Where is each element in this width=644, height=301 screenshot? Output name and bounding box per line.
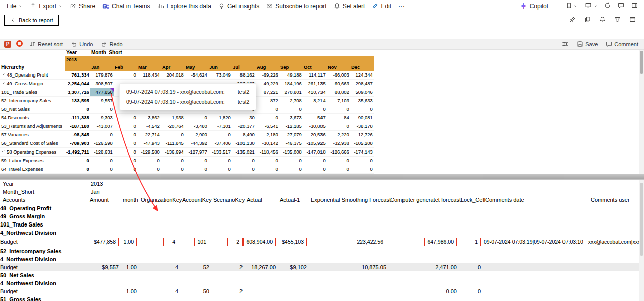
matrix-cell[interactable]: 308,507 xyxy=(90,80,114,88)
matrix-total-cell[interactable]: -98,845 xyxy=(65,131,90,139)
back-to-report-button[interactable]: Back to report xyxy=(4,15,59,26)
matrix-cell[interactable]: -30,142 xyxy=(256,139,279,148)
detail-cell[interactable]: 0 xyxy=(457,263,481,271)
matrix-field-year[interactable]: Year xyxy=(65,50,90,56)
matrix-cell[interactable]: 0 xyxy=(256,105,279,114)
copilot-button[interactable]: Copilot xyxy=(516,1,552,11)
matrix-cell[interactable]: 0 xyxy=(114,122,137,131)
matrix-cell[interactable]: -3,862 xyxy=(137,114,161,122)
detail-row-label[interactable]: 49_Gross Margin xyxy=(0,212,86,220)
reset-sort-button[interactable]: Reset sort xyxy=(28,41,64,47)
matrix-cell[interactable]: 2,708 xyxy=(279,97,303,105)
matrix-cell[interactable]: 0 xyxy=(279,165,303,174)
matrix-total-cell[interactable]: 133,595 xyxy=(65,97,90,105)
matrix-cell[interactable]: 270,801 xyxy=(279,88,303,97)
detail-cell[interactable]: $477,858 xyxy=(86,237,119,247)
matrix-cell[interactable]: -30 xyxy=(232,114,256,122)
matrix-cell[interactable]: -135,008 xyxy=(279,148,303,157)
detail-cell[interactable]: 50 xyxy=(178,287,209,295)
matrix-cell[interactable]: -105,925 xyxy=(303,139,327,148)
menu-item-file[interactable]: File xyxy=(3,2,26,11)
matrix-cell[interactable]: 87,221 xyxy=(256,88,279,97)
matrix-cell[interactable]: 0 xyxy=(208,165,232,174)
matrix-cell[interactable]: -2,900 xyxy=(185,131,208,139)
matrix-total-cell[interactable]: 0 xyxy=(65,105,90,114)
bookmarks-button[interactable] xyxy=(562,1,581,11)
detail-cell[interactable]: 1 xyxy=(457,237,481,247)
detail-cell[interactable] xyxy=(86,287,119,295)
matrix-row-label[interactable]: 48_Operating Profit xyxy=(0,71,65,80)
matrix-total-cell[interactable]: -789,903 xyxy=(65,139,90,148)
matrix-cell[interactable]: -127,977 xyxy=(185,148,208,157)
refresh-button[interactable] xyxy=(601,1,614,11)
matrix-cell[interactable]: 0 xyxy=(161,165,185,174)
menu-item-subscribe-to-report[interactable]: Subscribe to report xyxy=(263,2,330,11)
matrix-cell[interactable]: 0 xyxy=(256,157,279,165)
matrix-month-header[interactable]: Jun xyxy=(208,64,232,71)
matrix-cell[interactable]: 0 xyxy=(90,131,114,139)
matrix-field-month[interactable]: Month_Short xyxy=(90,50,374,56)
matrix-row-label[interactable]: 50_Net Sales xyxy=(0,105,65,114)
matrix-cell[interactable]: 261,135 xyxy=(303,80,327,88)
matrix-cell[interactable]: 0 xyxy=(114,148,137,157)
matrix-cell[interactable]: 0 xyxy=(303,105,327,114)
matrix-cell[interactable]: 73,049 xyxy=(208,71,232,80)
matrix-cell[interactable]: 0 xyxy=(90,157,114,165)
matrix-cell[interactable]: -32,938 xyxy=(327,139,350,148)
matrix-cell[interactable]: 60,663 xyxy=(327,80,350,88)
menu-item-chat-in-teams[interactable]: TChat in Teams xyxy=(99,2,153,11)
detail-column-header[interactable]: Amount xyxy=(86,196,119,204)
detail-row-label[interactable]: 48_Operating Profit xyxy=(0,204,86,213)
matrix-cell[interactable]: 118,434 xyxy=(137,71,161,80)
matrix-cell[interactable]: 0 xyxy=(90,165,114,174)
matrix-cell[interactable]: -101,130 xyxy=(232,139,256,148)
matrix-cell[interactable]: 9,557 xyxy=(90,97,114,105)
matrix-cell[interactable]: 0 xyxy=(114,165,137,174)
matrix-month-header[interactable]: May xyxy=(185,64,208,71)
matrix-month-header[interactable]: Mar xyxy=(137,64,161,71)
matrix-cell[interactable]: 0 xyxy=(208,157,232,165)
matrix-cell[interactable]: -12,185 xyxy=(279,122,303,131)
matrix-cell[interactable]: -9,303 xyxy=(90,114,114,122)
matrix-cell[interactable]: -111,845 xyxy=(161,139,185,148)
matrix-month-header[interactable]: Aug xyxy=(256,64,279,71)
matrix-total-cell[interactable]: 0 xyxy=(65,157,90,165)
matrix-cell[interactable]: 0 xyxy=(327,122,350,131)
matrix-cell[interactable]: 0 xyxy=(114,139,137,148)
detail-cell[interactable]: $9,102 xyxy=(276,263,307,271)
matrix-cell[interactable]: 0 xyxy=(327,157,350,165)
matrix-row-label[interactable]: 53_Returns and Adjustments xyxy=(0,122,65,131)
matrix-total-header[interactable] xyxy=(65,64,90,71)
matrix-cell[interactable]: 477,858 xyxy=(90,88,114,97)
matrix-cell[interactable]: -12,726 xyxy=(350,131,374,139)
copy-button[interactable] xyxy=(584,16,591,25)
detail-column-header[interactable]: Actual xyxy=(243,196,276,204)
detail-cell[interactable]: 1.00 xyxy=(119,287,137,295)
menu-item-set-alert[interactable]: Set alert xyxy=(330,2,369,11)
menu-item-edit[interactable]: Edit xyxy=(368,2,395,11)
detail-cell[interactable]: 10,875.05 xyxy=(307,263,386,271)
matrix-cell[interactable]: 0 xyxy=(327,165,350,174)
matrix-row-label[interactable]: 54 Discounts xyxy=(0,114,65,122)
matrix-total-cell[interactable]: 0 xyxy=(65,165,90,174)
matrix-month-header[interactable]: Dec xyxy=(350,64,374,71)
matrix-row-label[interactable]: 101_Trade Sales xyxy=(0,88,65,97)
undo-button[interactable]: Undo xyxy=(69,41,94,47)
matrix-cell[interactable]: -84 xyxy=(327,114,350,122)
detail-column-header[interactable]: OrganizationKey xyxy=(137,196,178,204)
matrix-total-cell[interactable]: -187,180 xyxy=(65,122,90,131)
matrix-cell[interactable]: -128,631 xyxy=(90,148,114,157)
matrix-cell[interactable]: -38,178 xyxy=(350,122,374,131)
detail-cell[interactable]: 4 xyxy=(137,263,178,271)
matrix-cell[interactable]: 114,117 xyxy=(303,71,327,80)
detail-column-header[interactable]: Computer generatet forecast xyxy=(386,196,457,204)
matrix-cell[interactable]: 0 xyxy=(114,114,137,122)
detail-column-header[interactable]: AccountKey xyxy=(178,196,209,204)
matrix-cell[interactable]: -43,007 xyxy=(90,122,114,131)
matrix-cell[interactable]: 0 xyxy=(350,105,374,114)
matrix-year-header[interactable]: 2013 xyxy=(65,56,374,64)
matrix-cell[interactable]: 49,188 xyxy=(279,71,303,80)
matrix-cell[interactable]: -547 xyxy=(303,114,327,122)
matrix-cell[interactable]: -129,580 xyxy=(137,148,161,157)
menu-item-more[interactable]: ··· xyxy=(395,2,408,11)
